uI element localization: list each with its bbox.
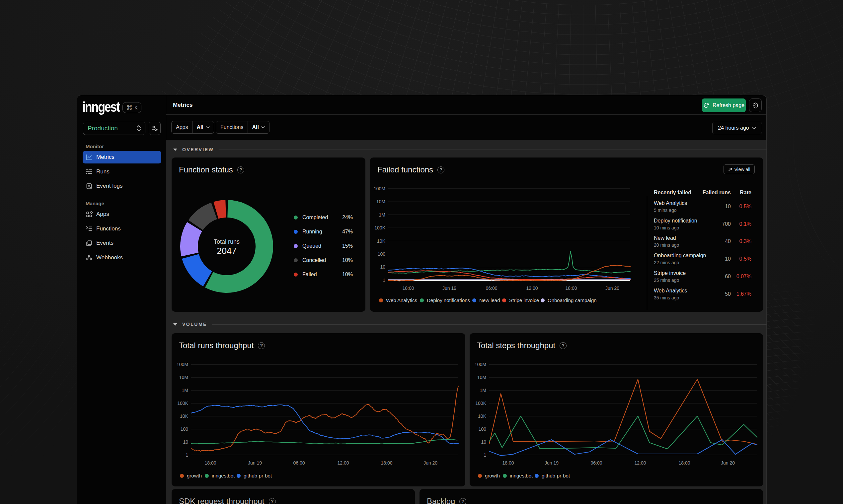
svg-text:06:00: 06:00	[293, 460, 305, 466]
svg-text:100M: 100M	[374, 186, 385, 191]
svg-text:100K: 100K	[177, 400, 188, 406]
svg-text:1M: 1M	[379, 212, 385, 217]
svg-text:100: 100	[180, 427, 189, 432]
svg-text:18:00: 18:00	[502, 460, 514, 466]
svg-text:Jun 19: Jun 19	[248, 460, 262, 466]
svg-text:10M: 10M	[179, 375, 188, 380]
svg-text:10K: 10K	[377, 238, 386, 244]
svg-text:1: 1	[484, 452, 486, 457]
svg-text:18:00: 18:00	[204, 460, 216, 466]
svg-text:Jun 19: Jun 19	[443, 286, 457, 291]
svg-text:10: 10	[380, 264, 385, 270]
svg-text:18:00: 18:00	[678, 460, 690, 466]
svg-text:12:00: 12:00	[634, 460, 646, 466]
svg-text:100M: 100M	[475, 362, 486, 367]
svg-text:10K: 10K	[180, 413, 189, 419]
svg-text:Jun 20: Jun 20	[605, 286, 619, 291]
svg-text:10: 10	[183, 439, 188, 445]
svg-text:10M: 10M	[477, 375, 486, 380]
svg-text:10: 10	[481, 439, 486, 445]
svg-text:06:00: 06:00	[485, 286, 497, 291]
svg-text:Jun 19: Jun 19	[545, 460, 558, 466]
svg-text:18:00: 18:00	[402, 286, 414, 291]
svg-text:1: 1	[186, 452, 188, 457]
svg-text:10K: 10K	[478, 413, 486, 419]
svg-text:100K: 100K	[475, 400, 486, 406]
svg-text:12:00: 12:00	[337, 460, 349, 466]
svg-text:100K: 100K	[374, 225, 385, 231]
svg-text:100M: 100M	[176, 362, 188, 367]
svg-text:1M: 1M	[182, 388, 188, 393]
svg-text:1: 1	[383, 277, 385, 283]
svg-text:18:00: 18:00	[381, 460, 392, 466]
svg-text:12:00: 12:00	[526, 286, 538, 291]
svg-text:Jun 20: Jun 20	[721, 460, 735, 466]
svg-text:06:00: 06:00	[590, 460, 602, 466]
svg-text:18:00: 18:00	[565, 286, 577, 291]
svg-text:1M: 1M	[480, 388, 486, 393]
svg-text:100: 100	[479, 427, 486, 432]
svg-text:100: 100	[378, 251, 386, 257]
svg-text:Jun 20: Jun 20	[424, 460, 437, 466]
svg-text:10M: 10M	[376, 199, 385, 204]
